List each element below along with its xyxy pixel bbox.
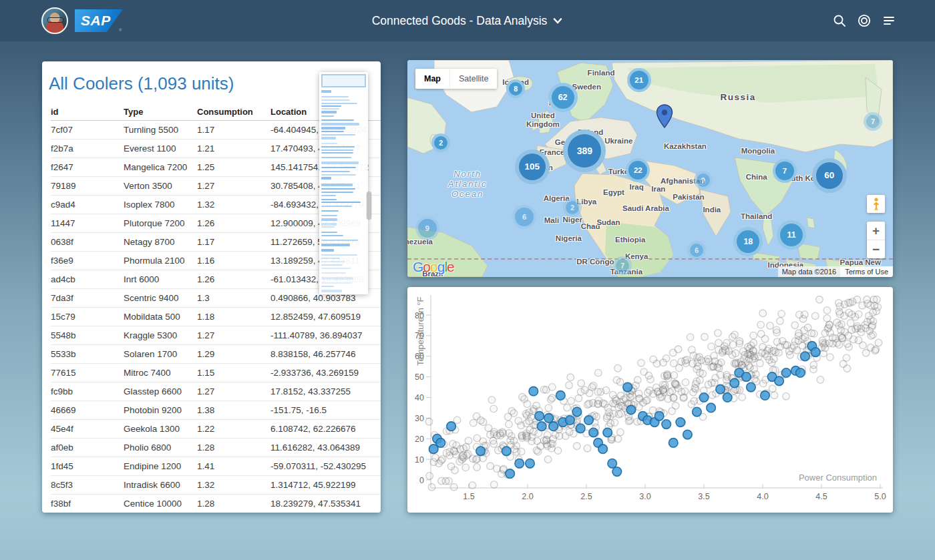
- cell-location: 1.314712, 45.922199: [270, 476, 381, 495]
- table-row[interactable]: 77615Mitroc 74001.15-2.933736, 43.269159: [51, 364, 381, 382]
- table-row[interactable]: 15c79Mobildata 5001.1812.852459, 47.6095…: [51, 308, 381, 326]
- cell-id: 45e4f: [51, 420, 124, 439]
- minimap-bar: [321, 254, 357, 256]
- minimap-bars: [321, 90, 366, 292]
- cell-consumption: 1.21: [197, 139, 270, 158]
- map-cluster[interactable]: 2: [563, 198, 582, 217]
- cell-location: -59.070311, -52.430295: [270, 457, 381, 476]
- cell-consumption: 1.3: [197, 289, 270, 308]
- map-type-map-button[interactable]: Map: [415, 69, 449, 89]
- table-row[interactable]: 8c5f3Intradisk 66001.321.314712, 45.9221…: [51, 476, 381, 495]
- street-view-pegman-button[interactable]: [867, 195, 885, 213]
- cell-id: af0eb: [51, 439, 124, 457]
- cell-id: 5533b: [51, 345, 124, 364]
- map-cluster[interactable]: 62: [548, 83, 578, 112]
- zoom-out-button[interactable]: −: [867, 240, 885, 258]
- map-type-satellite-button[interactable]: Satellite: [449, 69, 497, 89]
- minimap-bar: [321, 290, 342, 292]
- cell-type: Phormula 2100: [124, 252, 197, 270]
- minimap-bar: [321, 264, 343, 266]
- table-row[interactable]: 46669Photobin 92001.38-151.75, -16.5: [51, 401, 381, 420]
- minimap-bar: [321, 146, 355, 148]
- cell-location: 6.108742, 62.226676: [270, 420, 381, 439]
- table-row[interactable]: f38bfCentice 100001.2818.239279, 47.5353…: [51, 495, 381, 513]
- map-cluster[interactable]: 105: [515, 150, 550, 184]
- svg-text:20: 20: [415, 435, 424, 444]
- minimap-bar: [321, 152, 353, 154]
- map-cluster[interactable]: 7: [864, 112, 882, 131]
- map-cluster[interactable]: 60: [812, 158, 847, 193]
- cell-id: fc9bb: [51, 382, 124, 401]
- google-logo[interactable]: Google: [413, 259, 454, 275]
- minimap-bar: [321, 177, 331, 180]
- list-icon[interactable]: [882, 13, 896, 28]
- svg-text:0: 0: [419, 476, 424, 485]
- cell-id: 15c79: [51, 308, 124, 326]
- cell-id: 7cf07: [51, 121, 124, 139]
- cell-type: Plutorque 7200: [124, 214, 197, 233]
- search-icon[interactable]: [832, 13, 847, 28]
- cell-type: Intradisk 6600: [124, 476, 197, 495]
- map-zoom-control: + −: [867, 222, 885, 258]
- map-cluster[interactable]: 21: [627, 68, 651, 92]
- cell-consumption: 1.16: [197, 252, 270, 270]
- svg-text:2.0: 2.0: [522, 492, 533, 501]
- minimap-bar: [321, 157, 351, 158]
- table-row[interactable]: fc9bbGlasstep 66001.2717.8152, 43.337255: [51, 382, 381, 401]
- cell-consumption: 1.15: [197, 364, 270, 382]
- column-header-id[interactable]: id: [51, 103, 124, 121]
- table-row[interactable]: 5548bKraggle 53001.27-111.40789, 36.8940…: [51, 326, 381, 345]
- cell-consumption: 1.32: [197, 476, 270, 495]
- cell-location: -111.40789, 36.894037: [270, 326, 381, 345]
- map-cluster[interactable]: 7: [613, 256, 632, 275]
- minimap-bar: [321, 232, 337, 233]
- table-row[interactable]: af0ebPholio 68001.2811.616282, 43.064389: [51, 439, 381, 457]
- pegman-icon: [872, 198, 881, 211]
- cell-id: 46669: [51, 401, 124, 420]
- cell-consumption: 1.17: [197, 233, 270, 252]
- table-row[interactable]: 45e4fGeekola 13001.226.108742, 62.226676: [51, 420, 381, 439]
- terms-of-use-link[interactable]: Terms of Use: [840, 266, 893, 277]
- map-cluster[interactable]: 6: [512, 205, 536, 229]
- zoom-in-button[interactable]: +: [867, 222, 885, 240]
- map-cluster[interactable]: 9: [415, 216, 439, 240]
- minimap-bar: [321, 188, 355, 190]
- cell-consumption: 1.27: [197, 382, 270, 401]
- minimap-bar: [321, 137, 336, 139]
- cell-location: 17.8152, 43.337255: [270, 382, 381, 401]
- map-cluster[interactable]: 9: [694, 171, 713, 190]
- minimap-bar: [321, 286, 334, 287]
- map-cluster[interactable]: 389: [563, 129, 606, 172]
- cell-id: 0638f: [51, 233, 124, 252]
- minimap-viewport[interactable]: [321, 74, 366, 87]
- map-pin-icon[interactable]: [656, 104, 673, 128]
- scatter-chart[interactable]: 010203040506070801.52.02.53.03.54.04.55.…: [407, 287, 893, 513]
- cell-id: 79189: [51, 177, 124, 196]
- cell-consumption: 1.26: [197, 270, 270, 289]
- record-circle-icon[interactable]: [857, 13, 872, 28]
- minimap-bar: [321, 226, 335, 228]
- cell-consumption: 1.27: [197, 177, 270, 196]
- table-minimap[interactable]: [319, 72, 368, 294]
- table-scrollbar-thumb[interactable]: [367, 192, 371, 220]
- y-axis-label: Temperature in °F: [415, 296, 425, 366]
- table-row[interactable]: 1fd45Endipine 12001.41-59.070311, -52.43…: [51, 457, 381, 476]
- map-cluster[interactable]: 7: [773, 159, 797, 183]
- minimap-bar: [321, 223, 337, 226]
- cell-type: Kraggle 5300: [124, 326, 197, 345]
- cell-id: 1fd45: [51, 457, 124, 476]
- cell-consumption: 1.41: [197, 457, 270, 476]
- minimap-bar: [321, 123, 359, 125]
- cell-consumption: 1.38: [197, 401, 270, 420]
- table-row[interactable]: 5533bSolaren 17001.298.838158, 46.257746: [51, 345, 381, 364]
- map-panel[interactable]: FinlandIcelandSwedenNorwayRussiaUnited K…: [407, 60, 893, 277]
- minimap-bar: [321, 268, 351, 269]
- column-header-consumption[interactable]: Consumption: [197, 103, 270, 121]
- minimap-bar: [321, 215, 337, 216]
- app-title-dropdown[interactable]: Connected Goods - Data Analysis: [0, 0, 935, 41]
- map-cluster[interactable]: 11: [777, 220, 806, 250]
- map-cluster[interactable]: 8: [506, 79, 525, 98]
- minimap-bar: [321, 108, 339, 109]
- map-dashed-line: [407, 258, 893, 260]
- column-header-type[interactable]: Type: [124, 103, 197, 121]
